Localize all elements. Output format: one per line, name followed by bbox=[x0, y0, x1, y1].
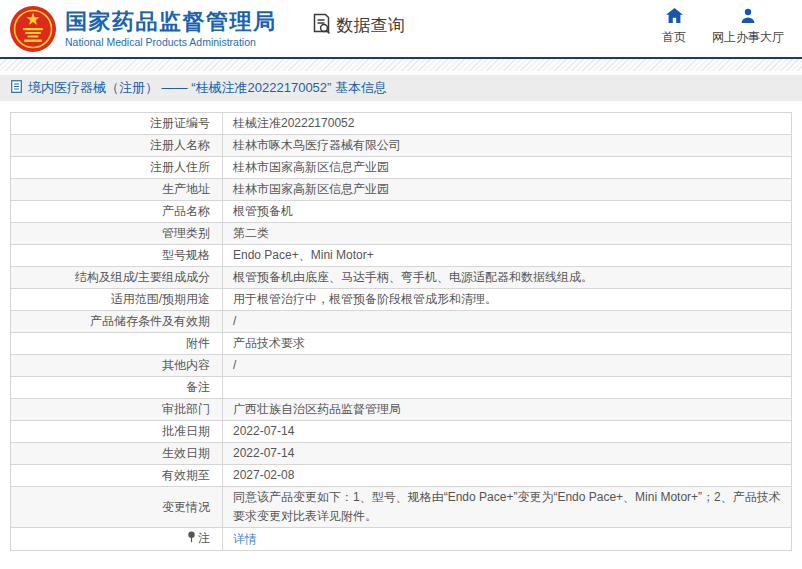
info-table-body: 注册证编号桂械注准20222170052注册人名称桂林市啄木鸟医疗器械有限公司注… bbox=[11, 113, 792, 551]
row-value: 第二类 bbox=[223, 223, 792, 245]
site-header: 国家药品监督管理局 National Medical Products Admi… bbox=[0, 0, 802, 57]
org-name-en: National Medical Products Administration bbox=[65, 36, 277, 48]
row-value: 桂林市啄木鸟医疗器械有限公司 bbox=[223, 135, 792, 157]
row-value: 根管预备机 bbox=[223, 201, 792, 223]
table-row: 产品名称根管预备机 bbox=[11, 201, 792, 223]
breadcrumb: 境内医疗器械（注册） —— “桂械注准20222170052” 基本信息 bbox=[0, 75, 802, 101]
row-label: 注 bbox=[11, 528, 223, 551]
table-row: 产品储存条件及有效期/ bbox=[11, 311, 792, 333]
table-row: 型号规格Endo Pace+、Mini Motor+ bbox=[11, 245, 792, 267]
row-label: 产品储存条件及有效期 bbox=[11, 311, 223, 333]
row-value: 桂林市国家高新区信息产业园 bbox=[223, 157, 792, 179]
row-label: 附件 bbox=[11, 333, 223, 355]
row-value: 广西壮族自治区药品监督管理局 bbox=[223, 399, 792, 421]
table-row: 结构及组成/主要组成成分根管预备机由底座、马达手柄、弯手机、电源适配器和数据线组… bbox=[11, 267, 792, 289]
row-value: 2027-02-08 bbox=[223, 465, 792, 487]
national-emblem-logo bbox=[10, 6, 56, 52]
row-label: 变更情况 bbox=[11, 487, 223, 528]
row-value: 根管预备机由底座、马达手柄、弯手机、电源适配器和数据线组成。 bbox=[223, 267, 792, 289]
row-label: 批准日期 bbox=[11, 421, 223, 443]
table-row: 适用范围/预期用途用于根管治疗中，根管预备阶段根管成形和清理。 bbox=[11, 289, 792, 311]
row-label: 生效日期 bbox=[11, 443, 223, 465]
table-row: 有效期至2027-02-08 bbox=[11, 465, 792, 487]
home-icon bbox=[666, 8, 683, 26]
nav-online-hall-label: 网上办事大厅 bbox=[712, 29, 784, 46]
row-label: 注册人名称 bbox=[11, 135, 223, 157]
data-query-section: 数据查询 bbox=[311, 12, 405, 39]
header-nav: 首页 网上办事大厅 bbox=[662, 8, 784, 46]
row-label: 结构及组成/主要组成成分 bbox=[11, 267, 223, 289]
table-row: 附件产品技术要求 bbox=[11, 333, 792, 355]
table-row: 注册人住所桂林市国家高新区信息产业园 bbox=[11, 157, 792, 179]
nav-home-label: 首页 bbox=[662, 29, 686, 46]
row-value: / bbox=[223, 355, 792, 377]
row-value: 桂械注准20222170052 bbox=[223, 113, 792, 135]
row-value: Endo Pace+、Mini Motor+ bbox=[223, 245, 792, 267]
org-name-cn: 国家药品监督管理局 bbox=[65, 10, 277, 34]
row-label: 适用范围/预期用途 bbox=[11, 289, 223, 311]
table-row: 批准日期2022-07-14 bbox=[11, 421, 792, 443]
table-row: 管理类别第二类 bbox=[11, 223, 792, 245]
row-label: 管理类别 bbox=[11, 223, 223, 245]
row-value: 2022-07-14 bbox=[223, 443, 792, 465]
row-label: 注册证编号 bbox=[11, 113, 223, 135]
table-row: 变更情况同意该产品变更如下：1、型号、规格由“Endo Pace+”变更为“En… bbox=[11, 487, 792, 528]
page-icon bbox=[11, 80, 22, 96]
document-search-icon bbox=[311, 12, 332, 39]
row-value: 详情 bbox=[223, 528, 792, 551]
row-value: / bbox=[223, 311, 792, 333]
row-value: 同意该产品变更如下：1、型号、规格由“Endo Pace+”变更为“Endo P… bbox=[223, 487, 792, 528]
org-title-block: 国家药品监督管理局 National Medical Products Admi… bbox=[65, 10, 277, 48]
table-row: 其他内容/ bbox=[11, 355, 792, 377]
row-value: 用于根管治疗中，根管预备阶段根管成形和清理。 bbox=[223, 289, 792, 311]
row-label: 注册人住所 bbox=[11, 157, 223, 179]
row-label: 审批部门 bbox=[11, 399, 223, 421]
data-query-label: 数据查询 bbox=[337, 14, 405, 37]
table-row: 注册证编号桂械注准20222170052 bbox=[11, 113, 792, 135]
row-label: 备注 bbox=[11, 377, 223, 399]
decorative-stripe-band bbox=[0, 59, 802, 71]
table-row: 注册人名称桂林市啄木鸟医疗器械有限公司 bbox=[11, 135, 792, 157]
table-row: 审批部门广西壮族自治区药品监督管理局 bbox=[11, 399, 792, 421]
row-value: 产品技术要求 bbox=[223, 333, 792, 355]
row-value: 桂林市国家高新区信息产业园 bbox=[223, 179, 792, 201]
table-row: 生效日期2022-07-14 bbox=[11, 443, 792, 465]
table-row: 注详情 bbox=[11, 528, 792, 551]
row-label: 生产地址 bbox=[11, 179, 223, 201]
nav-home[interactable]: 首页 bbox=[662, 8, 686, 46]
detail-link[interactable]: 详情 bbox=[233, 532, 257, 546]
row-value bbox=[223, 377, 792, 399]
nav-online-hall[interactable]: 网上办事大厅 bbox=[712, 8, 784, 46]
pin-icon bbox=[187, 530, 196, 549]
table-row: 备注 bbox=[11, 377, 792, 399]
row-label: 产品名称 bbox=[11, 201, 223, 223]
row-value: 2022-07-14 bbox=[223, 421, 792, 443]
row-label: 有效期至 bbox=[11, 465, 223, 487]
person-icon bbox=[740, 8, 756, 26]
registration-info-table: 注册证编号桂械注准20222170052注册人名称桂林市啄木鸟医疗器械有限公司注… bbox=[10, 112, 792, 551]
row-label: 其他内容 bbox=[11, 355, 223, 377]
breadcrumb-text: 境内医疗器械（注册） —— “桂械注准20222170052” 基本信息 bbox=[28, 79, 387, 97]
row-label: 型号规格 bbox=[11, 245, 223, 267]
table-row: 生产地址桂林市国家高新区信息产业园 bbox=[11, 179, 792, 201]
